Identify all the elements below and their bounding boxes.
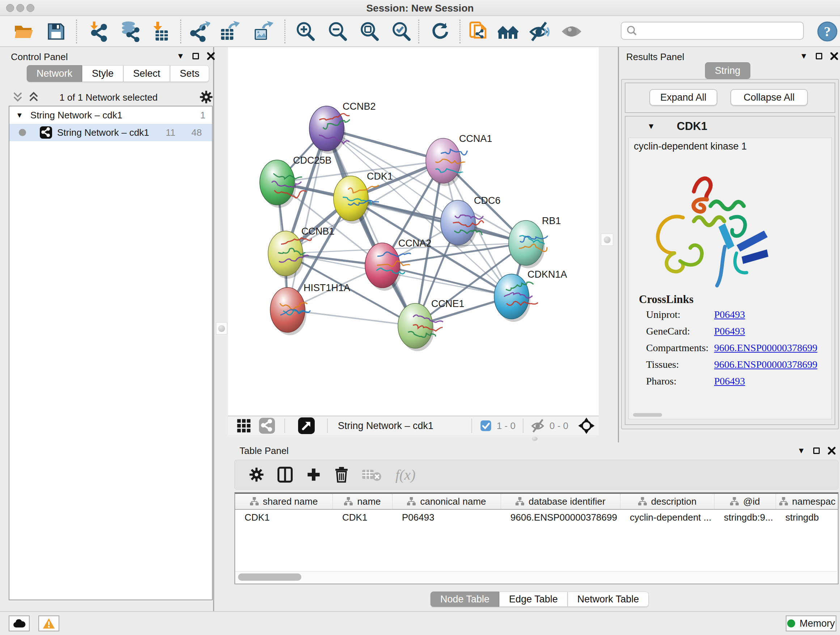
network-view-toolbar: String Network – cdk1 1 - 0 0 - 0 (228, 416, 599, 435)
warning-button[interactable] (38, 616, 59, 631)
crosslink-link[interactable]: P06493 (714, 325, 745, 337)
network-options-gear-icon[interactable] (200, 90, 213, 103)
control-panel-menu-icon[interactable]: ▼ (177, 52, 185, 60)
gene-expander-icon[interactable]: ▼ (647, 122, 655, 130)
export-table-icon[interactable] (219, 21, 240, 42)
node-CDK1[interactable]: CDK1 (333, 171, 393, 224)
delete-table-icon[interactable] (362, 468, 382, 481)
table-hscrollbar[interactable] (235, 571, 837, 582)
export-image-icon[interactable] (253, 21, 274, 42)
results-panel-float-icon[interactable] (816, 53, 822, 59)
show-all-icon[interactable] (561, 21, 582, 42)
node-CCNB1[interactable]: CCNB1 (268, 226, 335, 279)
crosslink-link[interactable]: 9606.ENSP00000378699 (714, 342, 817, 354)
left-splitter-grip[interactable] (216, 322, 227, 334)
birdseye-view-icon[interactable] (298, 417, 315, 434)
save-session-icon[interactable] (46, 21, 66, 42)
column-header-canonical-name[interactable]: canonical name (393, 494, 501, 509)
crosslink-label: Pharos: (646, 375, 676, 387)
expand-all-icon[interactable] (28, 91, 39, 103)
memory-button[interactable]: Memory (786, 616, 836, 631)
node-CDC25B[interactable]: CDC25B (260, 155, 332, 208)
expand-all-button[interactable]: Expand All (649, 89, 717, 106)
collapse-all-icon[interactable] (12, 91, 23, 103)
network-canvas[interactable]: CCNB2CCNA1CDC25BCDK1CDC6RB1CCNB1CCNA2CDK… (228, 47, 599, 416)
node-CCNA1[interactable]: CCNA1 (426, 133, 493, 186)
crosslink-link[interactable]: P06493 (714, 309, 745, 320)
cloud-button[interactable] (9, 616, 30, 631)
control-panel-close-icon[interactable] (207, 52, 215, 60)
import-table-file-icon[interactable] (150, 21, 172, 42)
search-input[interactable] (638, 25, 797, 36)
results-panel-close-icon[interactable] (830, 52, 838, 60)
table-settings-gear-icon[interactable] (249, 467, 264, 482)
results-panel-menu-icon[interactable]: ▼ (800, 52, 808, 60)
column-header-description[interactable]: description (621, 494, 714, 509)
node-CCNA2[interactable]: CCNA2 (365, 238, 431, 291)
clone-network-icon[interactable] (469, 21, 490, 42)
node-CCNB2[interactable]: CCNB2 (309, 101, 376, 154)
horizontal-splitter-grip[interactable] (532, 437, 538, 441)
tab-edge-table[interactable]: Edge Table (499, 592, 568, 607)
crosslink-link[interactable]: P06493 (714, 375, 745, 387)
network-graph[interactable]: CCNB2CCNA1CDC25BCDK1CDC6RB1CCNB1CCNA2CDK… (228, 47, 599, 416)
zoom-fit-icon[interactable] (359, 21, 380, 42)
show-columns-icon[interactable] (278, 467, 293, 483)
refresh-layout-icon[interactable] (429, 21, 450, 42)
gene-header[interactable]: ▼ CDK1 (625, 117, 835, 136)
grid-view-icon[interactable] (237, 418, 251, 433)
edge-CCNB2-CCNE1[interactable] (327, 128, 415, 326)
node-CDC6[interactable]: CDC6 (441, 195, 501, 248)
node-HIST1H1A[interactable]: HIST1H1A (270, 282, 350, 335)
column-header-@id[interactable]: @id (714, 494, 776, 509)
table-hscrollbar-thumb[interactable] (238, 573, 302, 581)
column-header-shared-name[interactable]: shared name (235, 494, 333, 509)
control-panel-float-icon[interactable] (193, 53, 199, 59)
fit-content-crosshair-icon[interactable] (578, 417, 595, 434)
collection-expander-icon[interactable]: ▼ (16, 111, 23, 119)
node-CCNE1[interactable]: CCNE1 (398, 298, 464, 351)
help-icon[interactable]: ? (817, 21, 838, 42)
column-header-database-identifier[interactable]: database identifier (501, 494, 621, 509)
column-header-name[interactable]: name (333, 494, 393, 509)
crosslink-link[interactable]: 9606.ENSP00000378699 (714, 359, 817, 371)
table-panel-float-icon[interactable] (813, 448, 820, 454)
network-collection-row[interactable]: ▼ String Network – cdk1 1 (9, 106, 212, 124)
tab-select[interactable]: Select (123, 65, 170, 82)
network-view-icon[interactable] (259, 418, 275, 434)
tab-network[interactable]: Network (27, 65, 82, 82)
gene-card-hscrollbar[interactable] (633, 413, 662, 417)
delete-column-icon[interactable] (335, 467, 348, 483)
add-column-icon[interactable] (306, 467, 321, 482)
tab-style[interactable]: Style (82, 65, 123, 82)
tab-network-table[interactable]: Network Table (568, 592, 649, 607)
toolbar-search[interactable] (621, 22, 804, 40)
export-network-icon[interactable] (189, 21, 210, 42)
zoom-out-icon[interactable] (327, 21, 348, 42)
left-splitter[interactable] (215, 47, 228, 416)
network-row[interactable]: String Network – cdk1 11 48 (9, 124, 212, 141)
import-network-file-icon[interactable] (88, 21, 109, 42)
collapse-all-button[interactable]: Collapse All (730, 89, 808, 106)
tab-node-table[interactable]: Node Table (431, 592, 499, 607)
node-RB1[interactable]: RB1 (508, 215, 561, 268)
tab-sets[interactable]: Sets (170, 65, 209, 82)
tab-string[interactable]: String (705, 62, 750, 79)
separator (284, 418, 285, 433)
selected-checkbox-icon[interactable] (480, 420, 492, 432)
column-header-namespac[interactable]: namespac (776, 494, 839, 509)
zoom-selected-icon[interactable] (391, 21, 412, 42)
node-CDKN1A[interactable]: CDKN1A (494, 269, 567, 322)
hide-selected-icon[interactable] (529, 21, 549, 42)
home-icon[interactable] (498, 21, 519, 42)
node-label-RB1: RB1 (542, 215, 561, 226)
import-network-database-icon[interactable] (120, 21, 141, 42)
node-label-CCNE1: CCNE1 (431, 298, 464, 309)
table-row[interactable]: CDK1CDK1P064939606.ENSP00000378699cyclin… (235, 510, 838, 525)
right-splitter-grip[interactable] (601, 233, 613, 246)
zoom-in-icon[interactable] (295, 21, 316, 42)
right-splitter[interactable] (599, 47, 618, 416)
table-panel-close-icon[interactable] (828, 447, 836, 455)
table-panel-menu-icon[interactable]: ▼ (797, 447, 805, 455)
open-session-icon[interactable] (13, 21, 34, 42)
